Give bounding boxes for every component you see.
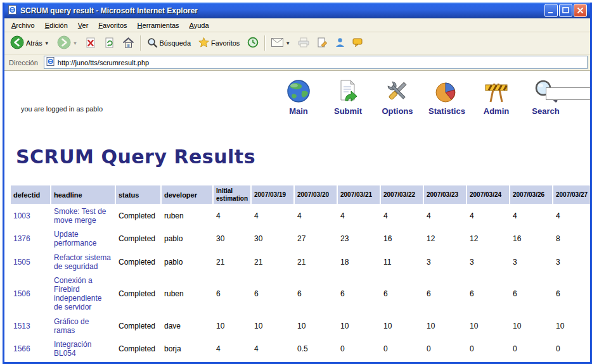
printer-icon — [298, 37, 309, 49]
window-title: SCRUM query result - Microsoft Internet … — [20, 6, 541, 15]
estimation-value-cell: 4 — [467, 205, 509, 227]
estimation-value-cell: 27 — [295, 228, 337, 249]
estimation-value-cell: 10 — [214, 315, 250, 337]
developer-cell: pablo — [162, 228, 212, 249]
page-title: SCRUM Query Results — [16, 146, 590, 168]
status-cell: Completed — [116, 274, 160, 314]
nav-submit[interactable]: Submit — [325, 78, 371, 116]
minimize-button[interactable] — [544, 4, 558, 17]
defectid-link[interactable]: 1003 — [13, 211, 30, 220]
menu-herramientas[interactable]: Herramientas — [132, 20, 184, 31]
search-button[interactable]: Búsqueda — [145, 36, 193, 51]
estimation-value-cell: 30 — [252, 228, 293, 249]
refresh-icon — [104, 37, 115, 49]
quick-search-input[interactable] — [546, 87, 590, 100]
print-button[interactable] — [296, 36, 311, 50]
status-cell: Completed — [116, 228, 160, 249]
status-cell: Completed — [116, 338, 160, 360]
headline-link[interactable]: Smoke: Test de move merge — [54, 207, 106, 225]
estimation-value-cell: 10 — [252, 315, 293, 337]
developer-cell: dave — [162, 315, 212, 337]
edit-button[interactable] — [315, 36, 330, 51]
address-label: Dirección — [7, 59, 40, 66]
back-dropdown-icon[interactable]: ▼ — [44, 41, 49, 46]
address-input-box[interactable] — [44, 56, 588, 69]
headline-cell: Conexión a Firebird independiente de ser… — [51, 274, 115, 314]
estimation-value-cell: 10 — [467, 315, 509, 337]
menu-edicion[interactable]: Edición — [40, 20, 73, 31]
headline-link[interactable]: Conexión a Firebird independiente de ser… — [54, 276, 101, 311]
table-row: 1505Refactor sistema de seguridadComplet… — [11, 251, 590, 273]
nav-statistics-label[interactable]: Statistics — [424, 106, 470, 116]
estimation-value-cell: 0 — [467, 338, 509, 360]
nav-admin-label[interactable]: Admin — [473, 106, 519, 116]
mail-dropdown-icon[interactable]: ▼ — [285, 41, 290, 46]
status-cell: Completed — [116, 251, 160, 273]
column-header: 2007/03/22 — [381, 185, 423, 204]
back-button[interactable]: Atrás ▼ — [8, 34, 51, 52]
defectid-cell: 1513 — [11, 315, 50, 337]
developer-cell: borja — [162, 338, 212, 360]
estimation-value-cell: 0 — [553, 338, 590, 360]
discuss-button[interactable] — [351, 37, 365, 50]
forward-dropdown-icon[interactable]: ▼ — [73, 41, 78, 46]
edit-icon — [317, 37, 328, 49]
forward-icon — [57, 35, 71, 51]
nav-submit-label[interactable]: Submit — [325, 106, 371, 116]
defectid-link[interactable]: 1376 — [13, 234, 30, 243]
nav-admin[interactable]: Admin — [473, 78, 519, 116]
menu-favoritos[interactable]: Favoritos — [93, 20, 132, 31]
estimation-value-cell: 4 — [381, 205, 423, 227]
nav-options-label[interactable]: Options — [375, 106, 420, 116]
nav-search-label[interactable]: Search — [523, 106, 569, 116]
menu-ver[interactable]: Ver — [73, 20, 94, 31]
close-button[interactable] — [574, 4, 587, 17]
favorites-label: Favoritos — [211, 39, 240, 47]
nav-main-label[interactable]: Main — [276, 106, 321, 116]
menu-ayuda[interactable]: Ayuda — [184, 20, 214, 31]
favorites-button[interactable]: Favoritos — [196, 36, 241, 50]
mail-button[interactable]: ▼ — [269, 37, 292, 49]
home-button[interactable] — [120, 36, 136, 51]
defectid-link[interactable]: 1513 — [13, 322, 30, 330]
headline-link[interactable]: Refactor sistema de seguridad — [54, 253, 111, 271]
headline-link[interactable]: Update performance — [54, 230, 96, 248]
estimation-value-cell: 0 — [381, 338, 423, 360]
defectid-link[interactable]: 1506 — [13, 289, 30, 298]
headline-cell: Integración BL054 — [51, 338, 115, 360]
column-header: 2007/03/21 — [338, 185, 380, 204]
nav-options[interactable]: Options — [375, 78, 420, 116]
estimation-value-cell: 6 — [381, 274, 423, 314]
estimation-value-cell: 16 — [510, 228, 552, 249]
titlebar[interactable]: SCRUM query result - Microsoft Internet … — [4, 3, 590, 18]
defectid-cell: 1505 — [11, 251, 50, 273]
estimation-value-cell: 21 — [295, 251, 337, 273]
nav-statistics[interactable]: Statistics — [424, 78, 470, 116]
headline-link[interactable]: Gráfico de ramas — [54, 317, 89, 335]
defectid-link[interactable]: 1505 — [13, 258, 30, 267]
address-input[interactable] — [58, 59, 585, 66]
maximize-button[interactable] — [559, 4, 572, 17]
column-header: 2007/03/19 — [252, 185, 293, 204]
nav-main[interactable]: Main — [276, 78, 321, 116]
headline-link[interactable]: Integración BL054 — [54, 340, 91, 358]
developer-cell: ruben — [162, 274, 212, 314]
column-header: Initial estimation — [214, 185, 250, 204]
forward-button[interactable]: ▼ — [55, 34, 80, 52]
refresh-button[interactable] — [102, 36, 117, 51]
messenger-icon — [335, 37, 345, 49]
stop-button[interactable] — [84, 36, 98, 51]
page-content: you are logged in as pablo Main Submit O… — [4, 71, 590, 364]
estimation-value-cell: 0 — [424, 338, 466, 360]
table-row: 1513Gráfico de ramasCompleteddave1010101… — [11, 315, 590, 337]
column-header: developer — [162, 185, 212, 204]
messenger-button[interactable] — [333, 36, 347, 50]
table-row: 1506Conexión a Firebird independiente de… — [11, 274, 590, 314]
estimation-value-cell: 30 — [214, 228, 250, 249]
menu-archivo[interactable]: Archivo — [6, 20, 40, 31]
headline-cell: Refactor sistema de seguridad — [51, 251, 115, 273]
history-button[interactable] — [245, 35, 261, 51]
estimation-value-cell: 21 — [252, 251, 293, 273]
defectid-link[interactable]: 1566 — [13, 344, 30, 353]
tools-icon — [384, 97, 411, 106]
